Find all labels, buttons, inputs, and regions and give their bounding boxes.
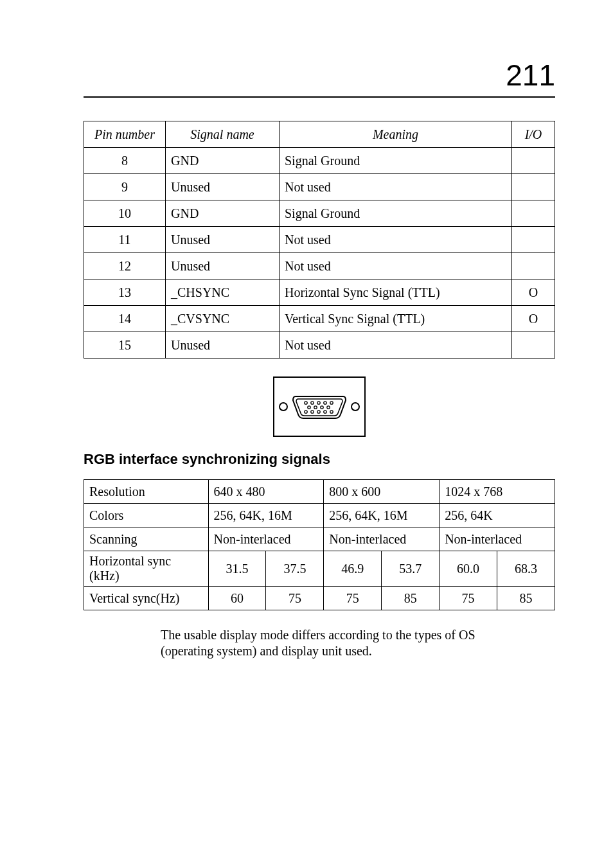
cell: 256, 64K, 16M bbox=[324, 504, 440, 527]
cell: 85 bbox=[382, 587, 440, 610]
cell: 37.5 bbox=[266, 551, 324, 587]
col-header-pin: Pin number bbox=[84, 121, 166, 148]
table-row: 11 Unused Not used bbox=[84, 227, 555, 253]
cell-meaning: Not used bbox=[280, 227, 512, 253]
svg-point-11 bbox=[317, 411, 320, 413]
cell-pin: 15 bbox=[84, 332, 166, 359]
cell-signal: GND bbox=[166, 200, 280, 227]
cell: 60 bbox=[208, 587, 266, 610]
cell-io bbox=[512, 174, 555, 200]
table-row: 14 _CVSYNC Vertical Sync Signal (TTL) O bbox=[84, 306, 555, 332]
footnote-line: (operating system) and display unit used… bbox=[161, 644, 372, 658]
cell-pin: 11 bbox=[84, 227, 166, 253]
row-label: Vertical sync(Hz) bbox=[84, 587, 209, 610]
cell-meaning: Signal Ground bbox=[280, 148, 512, 174]
row-label: Colors bbox=[84, 504, 209, 527]
screw-icon bbox=[279, 402, 288, 411]
table-row: 8 GND Signal Ground bbox=[84, 148, 555, 174]
cell-io bbox=[512, 148, 555, 174]
cell-pin: 8 bbox=[84, 148, 166, 174]
table-row: 15 Unused Not used bbox=[84, 332, 555, 359]
cell-pin: 10 bbox=[84, 200, 166, 227]
col-header-meaning: Meaning bbox=[280, 121, 512, 148]
row-label: Scanning bbox=[84, 527, 209, 551]
table-row: 9 Unused Not used bbox=[84, 174, 555, 200]
cell: 1024 x 768 bbox=[440, 480, 555, 504]
table-row: Resolution 640 x 480 800 x 600 1024 x 76… bbox=[84, 480, 555, 504]
cell-pin: 14 bbox=[84, 306, 166, 332]
cell-meaning: Not used bbox=[280, 174, 512, 200]
table-row: Horizontal sync (kHz) 31.5 37.5 46.9 53.… bbox=[84, 551, 555, 587]
svg-point-2 bbox=[317, 402, 320, 404]
page-number: 211 bbox=[84, 58, 555, 93]
svg-point-4 bbox=[330, 402, 333, 404]
cell: 75 bbox=[324, 587, 382, 610]
cell: 75 bbox=[266, 587, 324, 610]
svg-point-12 bbox=[324, 411, 326, 413]
svg-point-3 bbox=[324, 402, 326, 404]
cell-meaning: Vertical Sync Signal (TTL) bbox=[280, 306, 512, 332]
cell-pin: 12 bbox=[84, 253, 166, 279]
table-row: 12 Unused Not used bbox=[84, 253, 555, 279]
cell-io bbox=[512, 253, 555, 279]
cell: 85 bbox=[497, 587, 555, 610]
page-number-rule bbox=[84, 96, 555, 98]
table-row: 10 GND Signal Ground bbox=[84, 200, 555, 227]
cell: 256, 64K bbox=[440, 504, 555, 527]
col-header-signal: Signal name bbox=[166, 121, 280, 148]
cell-meaning: Not used bbox=[280, 253, 512, 279]
table-row: Scanning Non-interlaced Non-interlaced N… bbox=[84, 527, 555, 551]
svg-point-13 bbox=[330, 411, 333, 413]
footnote: The usable display mode differs accordin… bbox=[161, 627, 555, 659]
cell: 640 x 480 bbox=[208, 480, 324, 504]
footnote-line: The usable display mode differs accordin… bbox=[161, 628, 475, 642]
cell-signal: _CVSYNC bbox=[166, 306, 280, 332]
cell-signal: Unused bbox=[166, 253, 280, 279]
col-header-io: I/O bbox=[512, 121, 555, 148]
cell-pin: 9 bbox=[84, 174, 166, 200]
svg-point-7 bbox=[321, 406, 323, 409]
cell-io bbox=[512, 227, 555, 253]
page: 211 Pin number Signal name Meaning I/O 8… bbox=[0, 0, 613, 659]
svg-point-1 bbox=[311, 402, 314, 404]
table-row: 13 _CHSYNC Horizontal Sync Signal (TTL) … bbox=[84, 279, 555, 306]
table-header-row: Pin number Signal name Meaning I/O bbox=[84, 121, 555, 148]
cell-pin: 13 bbox=[84, 279, 166, 306]
svg-point-6 bbox=[314, 406, 317, 409]
cell: 68.3 bbox=[497, 551, 555, 587]
connector-shell-icon bbox=[292, 394, 347, 420]
svg-point-10 bbox=[311, 411, 314, 413]
cell: 256, 64K, 16M bbox=[208, 504, 324, 527]
connector-figure bbox=[84, 376, 555, 437]
cell-io bbox=[512, 200, 555, 227]
row-label: Horizontal sync (kHz) bbox=[84, 551, 209, 587]
svg-point-8 bbox=[327, 406, 330, 409]
cell: 60.0 bbox=[440, 551, 497, 587]
cell-signal: _CHSYNC bbox=[166, 279, 280, 306]
screw-icon bbox=[351, 402, 360, 411]
cell-signal: GND bbox=[166, 148, 280, 174]
cell-signal: Unused bbox=[166, 174, 280, 200]
db15-vga-connector-icon bbox=[273, 376, 366, 437]
cell: Non-interlaced bbox=[440, 527, 555, 551]
cell-signal: Unused bbox=[166, 332, 280, 359]
cell-io: O bbox=[512, 306, 555, 332]
cell-io: O bbox=[512, 279, 555, 306]
cell-meaning: Signal Ground bbox=[280, 200, 512, 227]
cell-meaning: Not used bbox=[280, 332, 512, 359]
cell: 800 x 600 bbox=[324, 480, 440, 504]
cell: Non-interlaced bbox=[208, 527, 324, 551]
cell: 53.7 bbox=[382, 551, 440, 587]
svg-point-0 bbox=[305, 402, 307, 404]
cell: 31.5 bbox=[208, 551, 266, 587]
table-row: Colors 256, 64K, 16M 256, 64K, 16M 256, … bbox=[84, 504, 555, 527]
cell: 75 bbox=[440, 587, 497, 610]
cell-signal: Unused bbox=[166, 227, 280, 253]
cell-io bbox=[512, 332, 555, 359]
row-label: Resolution bbox=[84, 480, 209, 504]
cell-meaning: Horizontal Sync Signal (TTL) bbox=[280, 279, 512, 306]
svg-point-9 bbox=[305, 411, 307, 413]
section-heading: RGB interface synchronizing signals bbox=[84, 451, 555, 468]
table-row: Vertical sync(Hz) 60 75 75 85 75 85 bbox=[84, 587, 555, 610]
rgb-sync-table: Resolution 640 x 480 800 x 600 1024 x 76… bbox=[84, 479, 555, 610]
